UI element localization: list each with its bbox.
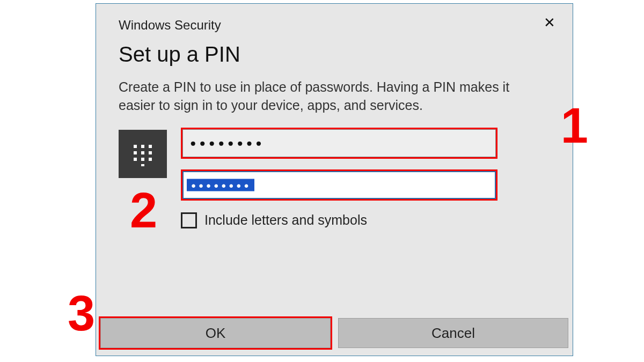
include-letters-row: Include letters and symbols xyxy=(181,212,367,228)
svg-rect-1 xyxy=(141,145,144,148)
title-bar: Windows Security ✕ xyxy=(96,4,573,33)
close-icon[interactable]: ✕ xyxy=(544,16,555,29)
dialog-button-row: OK Cancel xyxy=(100,318,568,348)
dialog-heading: Set up a PIN xyxy=(96,33,573,67)
cancel-button[interactable]: Cancel xyxy=(338,318,568,348)
include-letters-checkbox[interactable] xyxy=(181,212,197,228)
new-pin-highlight: ●●●●●●●● xyxy=(181,128,497,159)
annotation-3: 3 xyxy=(68,289,95,338)
svg-rect-0 xyxy=(134,145,137,148)
svg-rect-8 xyxy=(149,158,152,161)
windows-security-dialog: Windows Security ✕ Set up a PIN Create a… xyxy=(96,3,573,356)
svg-rect-6 xyxy=(134,158,137,161)
new-pin-input[interactable] xyxy=(182,129,496,157)
svg-rect-9 xyxy=(141,164,144,166)
svg-rect-4 xyxy=(141,151,144,154)
confirm-pin-input[interactable] xyxy=(182,171,496,199)
ok-button[interactable]: OK xyxy=(100,318,331,348)
svg-rect-7 xyxy=(141,158,144,161)
svg-rect-5 xyxy=(149,151,152,154)
dialog-title: Windows Security xyxy=(119,18,221,33)
dialog-description: Create a PIN to use in place of password… xyxy=(96,67,573,115)
keypad-icon xyxy=(119,130,167,178)
svg-rect-2 xyxy=(149,145,152,148)
svg-rect-3 xyxy=(134,151,137,154)
confirm-pin-highlight: ●●●●●●●● xyxy=(181,169,497,201)
include-letters-label: Include letters and symbols xyxy=(204,212,367,228)
